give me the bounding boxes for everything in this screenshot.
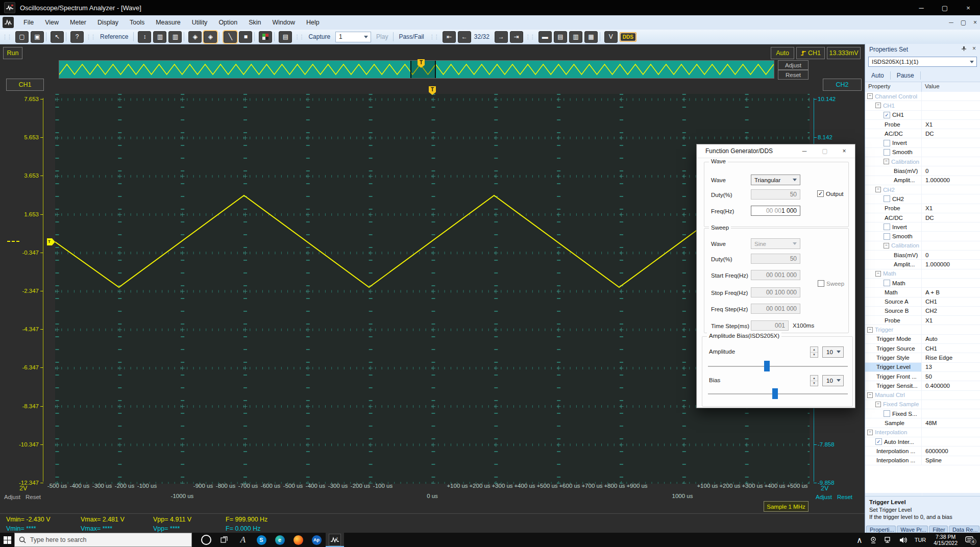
- property-value[interactable]: Auto: [922, 335, 980, 343]
- property-value[interactable]: X1: [922, 120, 980, 129]
- property-row[interactable]: Bias(mV)0: [865, 251, 980, 260]
- property-row[interactable]: Source ACH1: [865, 297, 980, 307]
- wave-select[interactable]: Triangular: [751, 175, 800, 185]
- property-name[interactable]: Fixed S...: [865, 409, 922, 418]
- property-row[interactable]: Amplit...1.000000: [865, 176, 980, 185]
- property-row[interactable]: ✓Auto Inter...: [865, 437, 980, 446]
- property-name[interactable]: Probe: [865, 204, 922, 213]
- property-row[interactable]: −Calibration: [865, 157, 980, 166]
- task-view-icon[interactable]: [215, 533, 234, 547]
- output-checkbox[interactable]: ✓: [817, 190, 824, 197]
- mdi-restore-icon[interactable]: ▢: [961, 19, 966, 26]
- property-name[interactable]: Math: [865, 279, 922, 287]
- property-name[interactable]: Trigger Level: [865, 363, 922, 371]
- tray-network-icon[interactable]: [885, 537, 892, 543]
- trigger-channel-button[interactable]: CH1: [796, 47, 825, 59]
- property-name[interactable]: Interpolation ...: [865, 456, 922, 465]
- property-row[interactable]: Interpolation ...Spline: [865, 456, 980, 465]
- open-file-icon[interactable]: ▢: [15, 31, 29, 43]
- property-row[interactable]: ✓CH1: [865, 111, 980, 120]
- property-name[interactable]: −CH2: [865, 185, 922, 194]
- property-name[interactable]: ✓Auto Inter...: [865, 437, 922, 446]
- view-vertical-icon[interactable]: ▥: [569, 31, 582, 43]
- bias-range-select[interactable]: 10: [822, 375, 844, 386]
- property-name[interactable]: −Fixed Sample: [865, 400, 922, 409]
- taskbar-pen-app-icon[interactable]: A: [234, 533, 252, 547]
- property-checkbox[interactable]: [884, 195, 890, 202]
- play-button[interactable]: Play: [376, 33, 388, 40]
- menu-item[interactable]: Option: [213, 15, 243, 30]
- property-name[interactable]: Invert: [865, 222, 922, 231]
- language-indicator[interactable]: TUR: [915, 537, 926, 543]
- property-name[interactable]: ✓CH1: [865, 111, 922, 119]
- property-checkbox[interactable]: ✓: [875, 438, 882, 445]
- autoset-icon[interactable]: ↕: [138, 31, 151, 43]
- ch2-label[interactable]: CH2: [823, 79, 862, 91]
- property-value[interactable]: 0.400000: [922, 381, 980, 390]
- property-name[interactable]: −CH1: [865, 101, 922, 110]
- collapse-icon[interactable]: −: [867, 392, 873, 398]
- property-row[interactable]: −Calibration: [865, 241, 980, 251]
- property-row[interactable]: −Math: [865, 269, 980, 279]
- menu-item[interactable]: Help: [301, 15, 325, 30]
- device-select[interactable]: ISDS205X(1.1)(1): [868, 57, 977, 67]
- amplitude-stepper[interactable]: ▲▼: [810, 346, 818, 358]
- property-row[interactable]: Fixed S...: [865, 409, 980, 418]
- property-name[interactable]: Smooth: [865, 148, 922, 157]
- property-row[interactable]: Math: [865, 279, 980, 288]
- property-row[interactable]: −CH2: [865, 185, 980, 194]
- property-value[interactable]: CH2: [922, 307, 980, 315]
- panel-close-icon[interactable]: ×: [972, 45, 976, 52]
- property-row[interactable]: Trigger Front ...50: [865, 372, 980, 381]
- ch2-adjust-button[interactable]: Adjust: [816, 494, 832, 500]
- collapse-icon[interactable]: −: [867, 430, 873, 435]
- property-row[interactable]: Trigger SourceCH1: [865, 344, 980, 353]
- close-button[interactable]: ×: [957, 0, 980, 15]
- taskbar-oscilloscope-icon[interactable]: 2: [326, 533, 344, 547]
- property-value[interactable]: X1: [922, 316, 980, 325]
- property-value[interactable]: CH1: [922, 344, 980, 353]
- duty-input[interactable]: 50: [751, 189, 800, 200]
- tray-volume-icon[interactable]: [899, 537, 908, 543]
- property-name[interactable]: Interpolation ...: [865, 446, 922, 455]
- collapse-icon[interactable]: −: [875, 103, 881, 108]
- panel-tab[interactable]: Data Re...: [949, 526, 979, 533]
- property-name[interactable]: −Math: [865, 269, 922, 278]
- persistence-icon[interactable]: ◈: [188, 31, 202, 43]
- taskbar-edge-icon[interactable]: e: [271, 533, 289, 547]
- property-row[interactable]: Trigger Level13: [865, 363, 980, 372]
- property-row[interactable]: ProbeX1: [865, 120, 980, 129]
- help-icon[interactable]: ?: [70, 31, 84, 43]
- overview-reset-button[interactable]: Reset: [778, 70, 808, 80]
- property-value[interactable]: [922, 325, 980, 334]
- properties-tool-button[interactable]: Auto: [865, 71, 891, 80]
- property-checkbox[interactable]: [884, 223, 890, 230]
- spectrum-bars-icon[interactable]: ▥: [153, 31, 166, 43]
- start-freq-input[interactable]: 00 001 000: [751, 270, 800, 280]
- property-row[interactable]: ProbeX1: [865, 204, 980, 213]
- dialog-maximize-button[interactable]: ▢: [816, 144, 834, 158]
- collapse-icon[interactable]: −: [884, 159, 889, 164]
- property-value[interactable]: [922, 101, 980, 110]
- property-checkbox[interactable]: [884, 233, 890, 240]
- minimize-button[interactable]: ─: [910, 0, 933, 15]
- property-value[interactable]: 1.000000: [922, 260, 980, 268]
- property-value[interactable]: DC: [922, 213, 980, 222]
- property-value[interactable]: [922, 92, 980, 101]
- last-frame-icon[interactable]: ⇥: [510, 31, 523, 43]
- taskbar-firefox-icon[interactable]: [289, 533, 307, 547]
- line-draw-icon[interactable]: ╲: [224, 31, 237, 43]
- dialog-title-bar[interactable]: Function Generator/DDS ─ ▢ ×: [697, 144, 855, 158]
- property-row[interactable]: Invert: [865, 222, 980, 232]
- reference-button[interactable]: Reference: [100, 33, 128, 40]
- property-value[interactable]: Rise Edge: [922, 353, 980, 362]
- property-name[interactable]: CH2: [865, 194, 922, 203]
- waveform-overview-strip[interactable]: [59, 60, 774, 79]
- property-name[interactable]: Source B: [865, 307, 922, 315]
- property-value[interactable]: 13: [922, 363, 980, 371]
- property-value[interactable]: [922, 232, 980, 240]
- property-checkbox[interactable]: [884, 149, 890, 156]
- menu-item[interactable]: Utility: [186, 15, 213, 30]
- taskbar-search[interactable]: Type here to search: [14, 533, 192, 547]
- property-name[interactable]: −Calibration: [865, 241, 922, 250]
